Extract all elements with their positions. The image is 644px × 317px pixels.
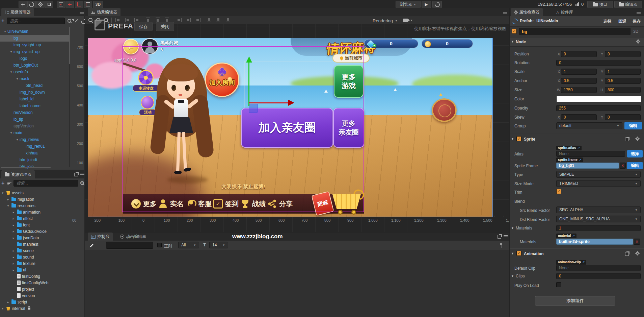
- asset-manifest[interactable]: manifest: [0, 241, 84, 247]
- tree-node-label-name[interactable]: label_name: [0, 102, 69, 109]
- tree-node-img-renwu[interactable]: ▾img_renwu: [0, 136, 69, 143]
- shop-cart-button[interactable]: [330, 189, 365, 216]
- tree-node-logo[interactable]: logo: [0, 55, 69, 62]
- materials-count-field[interactable]: 1: [556, 225, 641, 231]
- collapse-arrow-icon[interactable]: ▾: [9, 50, 14, 53]
- open-link-icon[interactable]: ↗: [577, 146, 580, 150]
- group-dropdown[interactable]: default▼: [556, 122, 622, 129]
- atlas-field[interactable]: None: [556, 151, 625, 157]
- group-edit-button[interactable]: 编辑: [624, 122, 642, 129]
- expand-arrow-icon[interactable]: ▸: [11, 249, 16, 252]
- panel-menu-icon[interactable]: [637, 11, 641, 14]
- collapse-arrow-icon[interactable]: ▾: [1, 191, 5, 195]
- asset-ui[interactable]: ▸ui: [0, 267, 84, 273]
- search-icon[interactable]: [68, 19, 72, 23]
- size-h-field[interactable]: 800: [605, 87, 641, 93]
- asset-jsondata[interactable]: ▸jsonData: [0, 235, 84, 241]
- console-filter-input[interactable]: [106, 242, 153, 249]
- trim-checkbox[interactable]: ✓: [556, 189, 561, 194]
- align-bottom-icon[interactable]: [165, 18, 169, 22]
- node-section-header[interactable]: [510, 38, 644, 47]
- hierarchy-vscrollbar[interactable]: [69, 27, 70, 167]
- tree-node-uinewmain[interactable]: ▾UINewMain: [0, 28, 69, 35]
- anchor-x-field[interactable]: 0.5: [561, 78, 597, 84]
- expand-arrow-icon[interactable]: ▸: [11, 255, 16, 259]
- collapse-arrow-icon[interactable]: ▼: [511, 226, 514, 230]
- panel-popout-icon[interactable]: [74, 173, 78, 176]
- asset-internal[interactable]: ▸internal: [0, 305, 84, 312]
- expand-arrow-icon[interactable]: ▸: [1, 307, 5, 310]
- anchor-y-field[interactable]: 0.5: [605, 78, 641, 84]
- asset-font[interactable]: ▸font: [0, 222, 84, 228]
- tab-scene-editor[interactable]: 场景编辑器: [88, 8, 120, 16]
- gear-icon[interactable]: [636, 137, 639, 140]
- regex-checkbox[interactable]: [157, 243, 162, 247]
- asset-assets[interactable]: ▾assets: [0, 190, 84, 196]
- gizmo-x-axis[interactable]: [249, 102, 289, 103]
- tree-node-main[interactable]: ▾main: [0, 129, 69, 136]
- scale-y-field[interactable]: 1: [605, 69, 641, 75]
- camera-dropdown[interactable]: ▼: [403, 19, 413, 22]
- hierarchy-add-button[interactable]: +: [1, 18, 4, 24]
- tree-node-btn-loginout[interactable]: btn_LoginOut: [0, 62, 69, 69]
- gear-icon[interactable]: [636, 252, 639, 255]
- tab-hierarchy[interactable]: 层级管理器: [1, 8, 34, 16]
- anchor-mode-button[interactable]: [65, 1, 74, 8]
- type-dropdown[interactable]: SIMPLE▼: [556, 171, 641, 178]
- align-left-icon[interactable]: [115, 18, 120, 22]
- collapse-arrow-icon[interactable]: ▾: [6, 204, 10, 208]
- sprite-frame-field[interactable]: bg_bj01: [556, 163, 619, 169]
- tree-node-xinhua[interactable]: xinhua: [0, 150, 69, 156]
- move-tool-button[interactable]: [19, 1, 27, 8]
- local-coords-button[interactable]: [75, 1, 83, 8]
- asset-gcloudvoice[interactable]: ▸GCloudVoice: [0, 228, 84, 235]
- panel-menu-icon[interactable]: [80, 173, 84, 176]
- tab-console[interactable]: 控制台: [88, 233, 113, 241]
- collapse-arrow-icon[interactable]: ▼: [511, 252, 514, 255]
- rotation-field[interactable]: 0: [556, 60, 641, 66]
- prefab-close-button[interactable]: 关闭: [156, 22, 174, 31]
- tree-node-img-symid-up[interactable]: ▾img_symid_up: [0, 48, 69, 55]
- expand-arrow-icon[interactable]: ▸: [11, 217, 16, 220]
- panel-menu-icon[interactable]: [80, 11, 84, 14]
- dst-blend-dropdown[interactable]: ONE_MINUS_SRC_ALPHA▼: [556, 216, 641, 222]
- play-on-load-checkbox[interactable]: [556, 282, 561, 287]
- position-y-field[interactable]: 0: [605, 51, 641, 57]
- node-active-checkbox[interactable]: ✓: [512, 29, 517, 34]
- tree-node-resversion[interactable]: resVersion: [0, 109, 69, 116]
- console-popout-icon[interactable]: [502, 243, 502, 248]
- scale-tool-button[interactable]: [36, 1, 45, 8]
- expand-arrow-icon[interactable]: ▸: [11, 223, 16, 227]
- collapse-arrow-icon[interactable]: ▼: [511, 40, 514, 43]
- expand-arrow-icon[interactable]: ▸: [6, 198, 10, 201]
- asset-project[interactable]: project: [0, 286, 84, 292]
- tree-node-img-hp-down[interactable]: img_hp_down: [0, 89, 69, 96]
- animation-enabled-checkbox[interactable]: ✓: [516, 251, 521, 256]
- clear-material-button[interactable]: ×: [634, 239, 640, 245]
- tree-node-btn-joindi[interactable]: btn_joindi: [0, 156, 69, 163]
- prefab-select-button[interactable]: 选择: [603, 19, 612, 24]
- game-canvas[interactable]: 情怀麻将 ← 黑莓商城 0 + 0 0 当前城市 appV1.0.0.0 幸运转…: [88, 38, 493, 217]
- asset-texture[interactable]: ▸texture: [0, 260, 84, 267]
- rotate-tool-button[interactable]: [27, 1, 36, 8]
- tab-widget-library[interactable]: △ 控件库: [553, 8, 576, 16]
- hierarchy-hscrollbar[interactable]: [1, 167, 51, 168]
- asset-sound[interactable]: ▸sound: [0, 254, 84, 260]
- collapse-arrow-icon[interactable]: ▾: [9, 70, 14, 74]
- align-right-icon[interactable]: [134, 18, 139, 22]
- collapse-arrow-icon[interactable]: ▼: [511, 137, 514, 141]
- tree-node-img-ren01[interactable]: img_ren01: [0, 143, 69, 150]
- tab-assets[interactable]: 资源管理器: [1, 170, 35, 178]
- tree-node-label-id[interactable]: label_id: [0, 96, 69, 102]
- gizmo-anchor-handle[interactable]: [249, 104, 258, 113]
- panel-menu-icon[interactable]: [504, 235, 508, 238]
- default-clip-field[interactable]: None: [556, 265, 641, 271]
- asset-version[interactable]: version: [0, 292, 84, 299]
- expand-arrow-icon[interactable]: ▸: [11, 268, 16, 272]
- rect-tool-button[interactable]: [45, 1, 53, 8]
- collapse-arrow-icon[interactable]: ▾: [15, 138, 20, 141]
- open-link-icon[interactable]: ↗: [582, 261, 585, 264]
- asset-effect[interactable]: ▸effect: [0, 215, 84, 222]
- node-name-field[interactable]: bg: [519, 28, 630, 35]
- sort-icon[interactable]: [7, 182, 11, 185]
